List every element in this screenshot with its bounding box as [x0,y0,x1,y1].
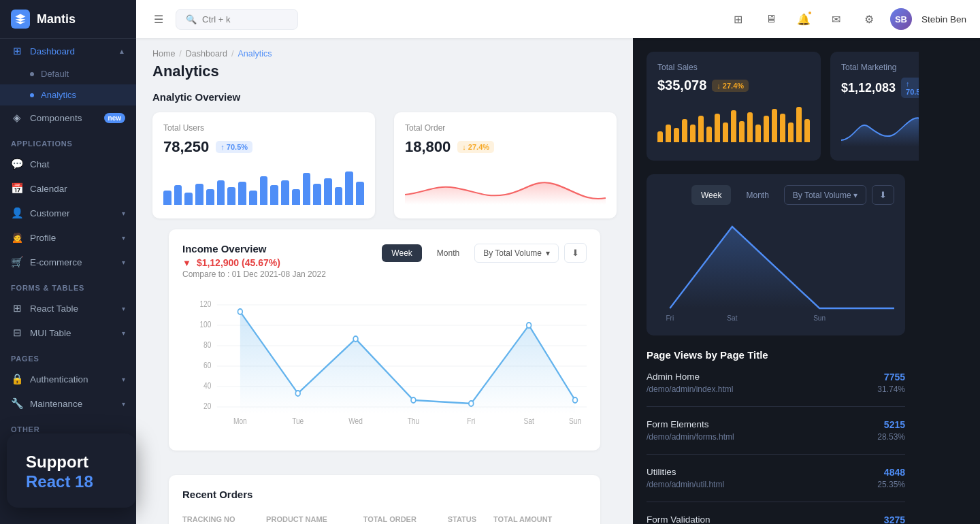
avatar[interactable]: SB [890,8,912,30]
bar [313,184,321,205]
sidebar-item-mui-table[interactable]: ⊟ MUI Table ▾ [0,321,136,345]
gear-icon: ⚙ [864,13,874,26]
svg-point-20 [295,391,300,396]
breadcrumb-current: Analytics [238,49,272,59]
card-value: 78,250 [163,138,209,156]
sidebar-item-customer[interactable]: 👤 Customer ▾ [0,201,136,225]
user-name[interactable]: Stebin Ben [921,14,966,24]
area-chart [405,164,606,205]
svg-text:60: 60 [203,361,211,370]
topbar-right: ⊞ 🖥 🔔 ✉ ⚙ SB Stebin Ben [727,7,966,31]
breadcrumb-sep: / [231,49,233,59]
dark-income-chart: Week Month By Total Volume ▾ ⬇ [647,174,905,335]
topbar-left: ☰ 🔍 [150,9,719,30]
dark-area-chart [841,106,919,147]
pv-url: /demo/admin/util.html [647,480,724,489]
chevron-down-icon: ▾ [122,376,125,383]
month-button[interactable]: Month [427,244,469,262]
svg-text:Sun: Sun [569,416,581,425]
sidebar-logo[interactable]: Mantis [0,0,136,39]
col-total-amount: TOTAL AMOUNT [493,510,587,524]
apps-button[interactable]: ⊞ [727,7,750,31]
card-value-row: 18,800 ↓ 27.4% [405,138,606,156]
sidebar-item-react-table[interactable]: ⊞ React Table ▾ [0,296,136,321]
chat-icon: 💬 [11,158,23,170]
week-btn-dark[interactable]: Week [691,185,731,205]
sidebar-item-components[interactable]: ◈ Components new [0,105,136,130]
sidebar-item-calendar[interactable]: 📅 Calendar [0,176,136,201]
bar [195,184,203,205]
download-btn-dark[interactable]: ⬇ [872,185,894,205]
sidebar-item-label: Maintenance [30,399,82,409]
volume-button[interactable]: By Total Volume ▾ [474,244,559,263]
svg-text:100: 100 [199,320,211,329]
svg-text:Thu: Thu [408,416,420,425]
week-button[interactable]: Week [382,244,421,262]
sidebar-item-label: Calendar [30,184,67,194]
bar [292,189,300,205]
pv-row: Admin Home 7755 [647,372,905,382]
pv-row: Form Validation 3275 [647,514,905,524]
sidebar-item-label: Authentication [30,374,88,384]
chevron-down-icon: ▾ [122,234,125,242]
card-value-row: $35,078 ↓ 27.4% [657,78,810,93]
card-badge: ↓ 27.4% [712,80,749,92]
sidebar-item-authentication[interactable]: 🔒 Authentication ▾ [0,367,136,391]
bar [731,110,736,142]
card-label: Total Order [405,123,606,133]
settings-button[interactable]: ⚙ [858,7,881,31]
card-label: Total Users [163,123,364,133]
income-value: $1,12,900 (45.67%) [197,257,280,268]
sidebar-item-chat[interactable]: 💬 Chat [0,152,136,176]
section-applications: Applications [0,130,136,152]
col-total-order: TOTAL ORDER [363,510,448,524]
notifications-button[interactable]: 🔔 [792,7,815,31]
recent-orders-card: Recent Orders TRACKING NO PRODUCT NAME T… [169,475,600,524]
messages-button[interactable]: ✉ [825,7,848,31]
volume-btn-dark[interactable]: By Total Volume ▾ [784,185,866,205]
bar [747,112,753,142]
sidebar-item-label: React Table [30,304,78,314]
sidebar-item-ecommerce[interactable]: 🛒 E-commerce ▾ [0,250,136,274]
sidebar-item-maintenance[interactable]: 🔧 Maintenance ▾ [0,391,136,416]
breadcrumb-home[interactable]: Home [152,49,175,59]
page-view-item: Form Validation 3275 /demo/admin/validat… [647,514,905,524]
col-product: PRODUCT NAME [266,510,363,524]
chevron-down-icon: ▾ [122,305,125,312]
chevron-down-icon: ▾ [122,400,125,408]
sidebar-item-dashboard[interactable]: ⊞ Dashboard ▲ [0,39,136,63]
card-value-row: $1,12,083 ↑ 70.5% [841,78,919,98]
breadcrumb-section: Home / Dashboard / Analytics Analytics [136,38,633,80]
col-tracking: TRACKING NO [182,510,266,524]
svg-text:40: 40 [203,381,211,390]
month-btn-dark[interactable]: Month [736,185,778,205]
search-input[interactable] [202,14,284,24]
total-marketing-card: Total Marketing $1,12,083 ↑ 70.5% [830,52,919,161]
bar [227,187,235,205]
bar-chart [657,101,810,142]
svg-text:Wed: Wed [348,416,363,425]
sidebar-item-profile[interactable]: 🙍 Profile ▾ [0,225,136,250]
card-badge: ↑ 70.5% [216,141,252,153]
support-react: React 18 [26,472,117,491]
bar-chart [163,164,364,205]
theme-icon: 🖥 [766,13,777,25]
components-icon: ◈ [11,112,23,124]
page-title: Analytics [152,63,617,80]
theme-button[interactable]: 🖥 [760,7,783,31]
pv-url: /demo/admin/forms.html [647,432,734,442]
bar [281,180,289,205]
bar [345,171,353,205]
download-icon: ⬇ [572,248,579,258]
bar [163,191,172,205]
svg-text:Fri: Fri [467,416,475,425]
pv-title: Utilities [647,467,676,477]
sidebar-sub-analytics[interactable]: Analytics [0,84,136,105]
download-button[interactable]: ⬇ [564,243,587,263]
search-box: 🔍 [176,9,298,30]
sidebar-sub-default[interactable]: Default [0,63,136,84]
orders-table: TRACKING NO PRODUCT NAME TOTAL ORDER STA… [182,510,587,524]
menu-toggle-button[interactable]: ☰ [150,9,167,30]
chevron-down-icon: ▾ [122,329,125,337]
breadcrumb-dashboard[interactable]: Dashboard [186,49,227,59]
